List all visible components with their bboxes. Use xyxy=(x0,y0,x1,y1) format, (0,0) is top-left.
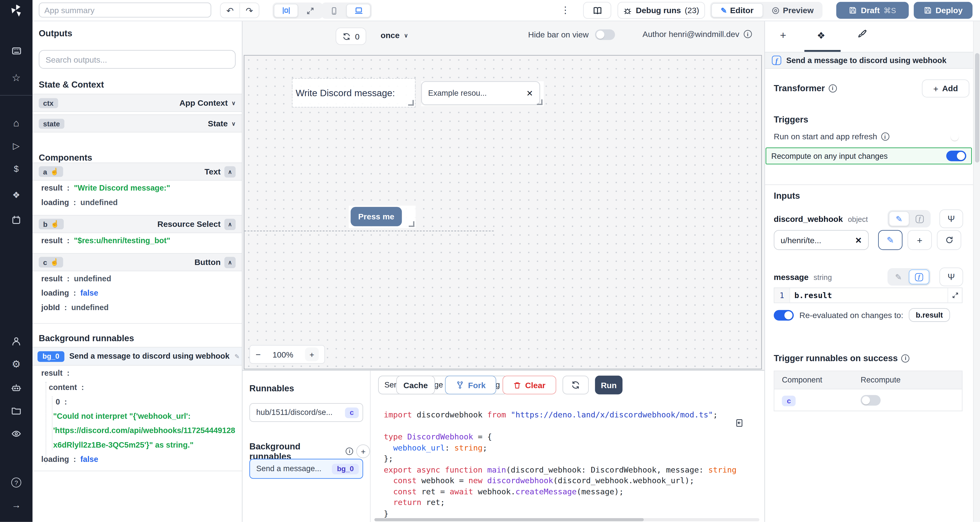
search-outputs-input[interactable] xyxy=(39,50,236,69)
collapse-arrow-icon[interactable]: → xyxy=(0,500,32,509)
hide-bar-toggle[interactable] xyxy=(595,29,615,40)
zoom-out-button[interactable]: − xyxy=(256,349,261,359)
dw-eval-f-button[interactable]: f xyxy=(910,211,929,226)
msg-connect-plug-button[interactable]: Ψ xyxy=(939,267,963,286)
mobile-preview-button[interactable] xyxy=(323,4,346,18)
docs-book-button[interactable] xyxy=(583,2,611,19)
tab-preview[interactable]: Preview xyxy=(764,3,821,18)
msg-eval-f-button[interactable]: f xyxy=(909,269,929,284)
expand-expression-icon[interactable] xyxy=(948,288,962,302)
deploy-button[interactable]: Deploy xyxy=(914,2,972,19)
undo-button[interactable]: ↶ xyxy=(221,3,240,18)
collapse-chevron-icon[interactable]: ∧ xyxy=(224,218,236,230)
editor-preview-toggle: ✎ Editor Preview xyxy=(710,2,822,19)
settings-tab-diamond-icon[interactable]: ❖ xyxy=(817,30,825,41)
dw-refresh-button[interactable] xyxy=(937,230,961,250)
select-value: Example resou... xyxy=(428,89,487,97)
users-icon[interactable] xyxy=(0,336,32,346)
discord-webhook-value-input[interactable]: u/henri/te... ✕ xyxy=(774,230,869,250)
dw-static-pencil-button[interactable]: ✎ xyxy=(889,211,910,226)
horizontal-scrollbar[interactable] xyxy=(374,518,759,521)
styling-tab-brush-icon[interactable] xyxy=(856,29,867,40)
recompute-on-input-toggle[interactable] xyxy=(946,151,966,161)
state-row[interactable]: state State∨ xyxy=(32,115,242,132)
insert-component-tab-plus-icon[interactable]: + xyxy=(780,29,786,42)
chevron-down-icon[interactable]: ∨ xyxy=(232,100,236,106)
edit-pencil-icon[interactable]: ✎ xyxy=(235,353,240,360)
runnable-item-main[interactable]: hub/1511/discord/se... c xyxy=(249,403,363,422)
fullscreen-button[interactable] xyxy=(299,4,322,18)
settings-gear-icon[interactable]: ⚙ xyxy=(0,359,32,369)
resize-handle[interactable] xyxy=(537,99,542,105)
info-icon[interactable]: i xyxy=(744,30,752,38)
panel-scrollbar[interactable] xyxy=(973,21,980,522)
desktop-preview-button[interactable] xyxy=(346,4,371,18)
component-c-row[interactable]: c☝ Button∧ xyxy=(32,253,242,271)
audit-eye-icon[interactable] xyxy=(0,429,32,439)
refresh-mode-dropdown[interactable]: once ∨ xyxy=(381,30,408,40)
reeval-toggle[interactable] xyxy=(774,310,794,320)
home-icon[interactable]: ⌂ xyxy=(0,118,32,128)
reeval-target-badge[interactable]: b.result xyxy=(909,308,950,322)
save-draft-button[interactable]: Draft ⌘S xyxy=(836,2,909,19)
tab-editor[interactable]: ✎ Editor xyxy=(711,3,763,18)
debug-runs-button[interactable]: Debug runs (23) xyxy=(617,2,705,19)
app-summary-input[interactable] xyxy=(39,3,211,18)
clear-button[interactable]: Clear xyxy=(503,376,556,395)
ctx-row[interactable]: ctx App Context∨ xyxy=(32,94,242,112)
favorites-star-icon[interactable]: ☆ xyxy=(0,73,32,83)
windmill-logo-icon[interactable] xyxy=(0,3,32,18)
runnable-item-bg0[interactable]: Send a message... bg_0 xyxy=(249,459,363,479)
redo-button[interactable]: ↷ xyxy=(239,3,259,18)
component-a-row[interactable]: a☝ Text∧ xyxy=(32,162,242,181)
info-icon[interactable]: i xyxy=(881,132,889,141)
plus-icon: + xyxy=(933,83,939,94)
clear-x-icon[interactable]: ✕ xyxy=(855,235,862,245)
dw-edit-pencil-button[interactable]: ✎ xyxy=(878,230,902,250)
app-canvas[interactable]: Write Discord message: Example resou... … xyxy=(243,55,762,369)
clear-select-x-icon[interactable]: ✕ xyxy=(526,89,533,98)
help-icon[interactable]: ? xyxy=(0,477,32,487)
info-icon[interactable]: i xyxy=(829,84,837,92)
text-component-cell[interactable]: Write Discord message: xyxy=(293,79,415,107)
c-result-label: result xyxy=(41,274,63,285)
dw-add-button[interactable]: + xyxy=(907,230,932,250)
resize-handle[interactable] xyxy=(409,221,414,227)
cache-button[interactable]: Cache xyxy=(396,376,435,395)
apps-icon[interactable] xyxy=(0,46,32,56)
press-me-button[interactable]: Press me xyxy=(351,207,402,226)
refresh-count-button[interactable]: 0 xyxy=(336,27,366,45)
more-options-kebab-icon[interactable]: ⋮ xyxy=(560,4,570,16)
fork-button[interactable]: Fork xyxy=(445,376,496,395)
reload-code-button[interactable] xyxy=(563,376,589,395)
select-component-cell[interactable]: Example resou... ✕ xyxy=(421,81,544,106)
dw-connect-plug-button[interactable]: Ψ xyxy=(939,209,963,228)
schedules-icon[interactable] xyxy=(0,215,32,225)
resources-icon[interactable]: ❖ xyxy=(0,191,32,199)
center-layout-button[interactable] xyxy=(274,4,298,18)
collapse-chevron-icon[interactable]: ∧ xyxy=(224,256,236,268)
resize-handle[interactable] xyxy=(408,100,414,106)
msg-static-pencil-button[interactable]: ✎ xyxy=(889,269,908,284)
add-transformer-button[interactable]: + Add xyxy=(922,80,969,97)
folders-icon[interactable] xyxy=(0,406,32,415)
runnables-title: Runnables xyxy=(249,383,294,393)
add-background-runnable-button[interactable]: + xyxy=(356,444,370,458)
collapse-chevron-icon[interactable]: ∧ xyxy=(224,166,236,177)
info-icon[interactable]: i xyxy=(346,447,353,455)
zoom-in-button[interactable]: + xyxy=(305,347,319,361)
chevron-down-icon[interactable]: ∨ xyxy=(232,120,236,127)
button-component-cell[interactable]: Press me xyxy=(349,205,415,228)
copy-clipboard-icon[interactable] xyxy=(734,418,744,427)
variables-icon[interactable]: $ xyxy=(0,164,32,173)
info-icon[interactable]: i xyxy=(902,354,910,362)
code-editor[interactable]: import discordwebhook from "https://deno… xyxy=(384,409,760,519)
component-b-row[interactable]: b☝ Resource Select∧ xyxy=(32,215,242,233)
run-button[interactable]: Run xyxy=(595,376,622,395)
bg0-row[interactable]: bg_0 Send a message to discord using web… xyxy=(32,347,242,366)
message-expression-editor[interactable]: 1 b.result xyxy=(774,287,963,303)
run-on-start-row: Run on start and app refresh i xyxy=(774,132,889,141)
workers-robot-icon[interactable] xyxy=(0,382,32,393)
row-recompute-toggle[interactable] xyxy=(861,395,881,406)
runs-icon[interactable]: ▷ xyxy=(0,141,32,150)
